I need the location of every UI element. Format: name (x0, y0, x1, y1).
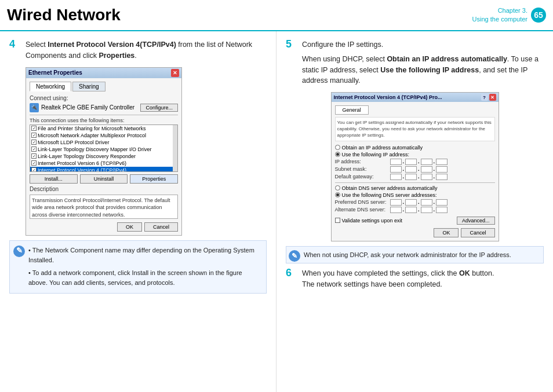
checkbox-icon[interactable] (31, 126, 37, 131)
checkbox-icon[interactable] (31, 153, 37, 159)
properties-button[interactable]: Properties (130, 174, 178, 184)
subnet-dot-3: . (434, 166, 435, 172)
preferred-dns-input[interactable]: . . . (390, 199, 448, 206)
tab-networking[interactable]: Networking (30, 82, 71, 91)
dns-radio-auto[interactable]: Obtain DNS server address automatically (335, 185, 495, 191)
tab-general[interactable]: General (335, 105, 369, 115)
step6-before: When you have completed the settings, cl… (302, 269, 459, 277)
gw-seg-3[interactable] (421, 174, 432, 180)
ethernet-properties-dialog: Ethernet Properties ✕ Networking Sharing… (26, 67, 182, 236)
ip-seg-2[interactable] (405, 159, 417, 165)
uninstall-button[interactable]: Uninstall (80, 174, 128, 184)
checkbox-icon[interactable] (31, 167, 37, 172)
advanced-button[interactable]: Advanced... (457, 217, 495, 225)
validate-check-row[interactable]: Validate settings upon exit (335, 218, 402, 224)
ip-info-text: You can get IP settings assigned automat… (335, 117, 495, 141)
radio-obtain-auto[interactable]: Obtain an IP address automatically (335, 145, 495, 151)
list-item[interactable]: Microsoft LLDP Protocol Driver (30, 139, 177, 146)
ip-cancel-button[interactable]: Cancel (461, 228, 494, 237)
ok-cancel-row: OK Cancel (30, 222, 178, 232)
pdns-seg-4[interactable] (436, 199, 448, 206)
subnet-seg-4[interactable] (436, 166, 448, 173)
checkbox-icon[interactable] (31, 140, 37, 145)
list-item[interactable]: Microsoft Network Adapter Multiplexor Pr… (30, 132, 177, 139)
adns-seg-4[interactable] (436, 207, 448, 213)
page-header: Wired Network Chapter 3. Using the compu… (0, 0, 553, 31)
dialog-close-button[interactable]: ✕ (171, 69, 179, 77)
adapter-icon: 🔌 (30, 103, 39, 112)
ip-ok-cancel-row: OK Cancel (335, 228, 495, 237)
list-item-label: Microsoft LLDP Protocol Driver (38, 140, 109, 145)
dialog-controls: ? ✕ (481, 94, 496, 101)
ip-dialog-body: General You can get IP settings assigned… (332, 102, 499, 241)
subnet-seg-3[interactable] (421, 166, 432, 173)
radio-obtain-icon (335, 145, 340, 150)
adns-seg-1[interactable] (390, 207, 402, 213)
adns-seg-3[interactable] (421, 207, 432, 213)
ip-ok-button[interactable]: OK (434, 228, 459, 237)
close-button[interactable]: ✕ (489, 94, 496, 101)
radio-use-following[interactable]: Use the following IP address: (335, 152, 495, 157)
step6-line2: The network settings have been completed… (302, 279, 494, 290)
gw-seg-2[interactable] (405, 174, 417, 180)
configure-button[interactable]: Configure... (140, 104, 178, 112)
gateway-input[interactable]: . . . (390, 174, 448, 180)
list-item[interactable]: Link-Layer Topology Discovery Responder (30, 153, 177, 160)
dns-radio-manual[interactable]: Use the following DNS server addresses: (335, 192, 495, 198)
adns-dot-3: . (434, 207, 435, 213)
note-box-5: ✎ When not using DHCP, ask your network … (286, 246, 544, 264)
tab-sharing[interactable]: Sharing (72, 82, 105, 91)
gw-seg-1[interactable] (390, 174, 402, 180)
step-4-number: 4 (9, 38, 22, 50)
ip-address-row: IP address: . . . (335, 159, 495, 165)
list-item[interactable]: Internet Protocol Version 6 (TCP/IPv6) (30, 160, 177, 167)
adns-dot-1: . (403, 207, 405, 213)
ip-seg-1[interactable] (390, 159, 402, 165)
step4-bold1: Internet Protocol Version 4(TCP/IPv4) (48, 41, 176, 49)
install-button[interactable]: Install... (30, 174, 78, 184)
list-item-selected[interactable]: Internet Protocol Version 4 (TCP/IPv4) (30, 167, 177, 172)
note-4-bullet-1: • The Network Component name may differ … (28, 246, 260, 266)
step-6-number: 6 (286, 267, 299, 279)
gw-dot-3: . (434, 174, 435, 179)
network-items-list[interactable]: File and Printer Sharing for Microsoft N… (30, 124, 178, 172)
help-button[interactable]: ? (481, 94, 488, 101)
gateway-row: Default gateway: . . . (335, 174, 495, 180)
list-scrollbar[interactable] (173, 125, 177, 171)
subnet-seg-1[interactable] (390, 166, 402, 173)
subnet-input[interactable]: . . . (390, 166, 448, 173)
step5-para1: When using DHCP, select Obtain an IP add… (302, 54, 544, 86)
checkbox-icon[interactable] (31, 146, 37, 152)
divider-1 (30, 115, 178, 115)
left-column: 4 Select Internet Protocol Version 4(TCP… (0, 31, 276, 392)
ip-dot-1: . (403, 159, 405, 164)
adns-seg-2[interactable] (405, 207, 417, 213)
alternate-dns-input[interactable]: . . . (390, 207, 448, 213)
pdns-seg-2[interactable] (405, 199, 417, 206)
pdns-seg-3[interactable] (421, 199, 432, 206)
list-item-label: Internet Protocol Version 6 (TCP/IPv6) (38, 160, 126, 166)
subnet-seg-2[interactable] (405, 166, 417, 173)
validate-checkbox[interactable] (335, 218, 340, 223)
checkbox-icon[interactable] (31, 160, 37, 166)
ip-seg-4[interactable] (436, 159, 448, 165)
ip-input[interactable]: . . . (390, 159, 448, 165)
subnet-dot-2: . (418, 166, 420, 172)
dns-radio-manual-label: Use the following DNS server addresses: (342, 192, 437, 198)
chapter-info: Chapter 3. Using the computer (472, 6, 527, 24)
list-item-label: Link-Layer Topology Discovery Mapper I/O… (38, 146, 151, 152)
ip-dialog-titlebar: Internet Protocol Version 4 (TCP/IPv4) P… (332, 93, 499, 102)
checkbox-icon[interactable] (31, 133, 37, 138)
adns-dot-2: . (418, 207, 420, 213)
gw-seg-4[interactable] (436, 174, 448, 180)
ip-seg-3[interactable] (421, 159, 432, 165)
pdns-seg-1[interactable] (390, 199, 402, 206)
chapter-label: Chapter 3. (472, 6, 527, 15)
validate-label: Validate settings upon exit (342, 218, 402, 224)
dialog-cancel-button[interactable]: Cancel (144, 222, 178, 232)
list-item[interactable]: File and Printer Sharing for Microsoft N… (30, 125, 177, 132)
dialog-ok-button[interactable]: OK (117, 222, 142, 232)
list-item-label: Link-Layer Topology Discovery Responder (38, 153, 136, 159)
dns-radio-manual-icon (335, 192, 340, 197)
list-item[interactable]: Link-Layer Topology Discovery Mapper I/O… (30, 146, 177, 153)
